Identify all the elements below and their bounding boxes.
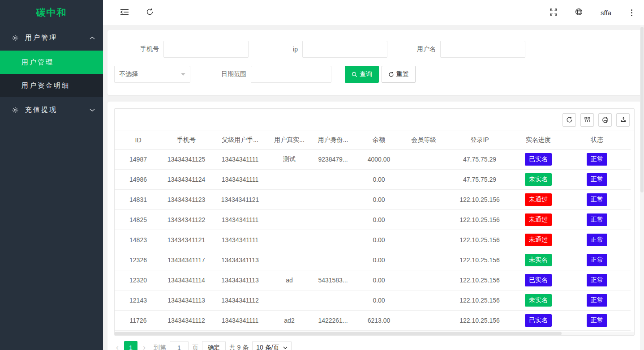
cell-id-card: [309, 209, 356, 230]
cell-login-ip: 122.10.25.156: [446, 310, 513, 330]
chevron-down-icon: [283, 346, 288, 349]
fullscreen-icon[interactable]: [550, 9, 557, 17]
column-header: ID: [115, 131, 162, 149]
goto-label: 到第: [154, 344, 166, 350]
cell-login-ip: 122.10.25.156: [446, 189, 513, 209]
refresh-table-icon[interactable]: [562, 113, 576, 127]
cell-parent-phone: 13434341111: [211, 310, 269, 330]
cell-id-card: 9238479...: [309, 149, 356, 169]
table-row[interactable]: 12326 13434341117 13434341113 0.00 122.1…: [115, 250, 631, 270]
cell-phone: 13434341123: [162, 189, 211, 209]
sidebar-item-label: 用户资金明细: [21, 81, 70, 90]
next-page-icon[interactable]: ›: [141, 343, 147, 350]
horizontal-scrollbar-thumb[interactable]: [115, 332, 562, 335]
verify-badge: 未通过: [525, 234, 552, 246]
ip-input[interactable]: [302, 41, 387, 58]
table-row[interactable]: 14825 13434341122 13434341111 0.00 122.1…: [115, 209, 631, 230]
cell-phone: 13434341124: [162, 169, 211, 189]
refresh-icon: [388, 72, 394, 77]
column-header: 登录IP: [446, 131, 513, 149]
cell-member-level: [401, 169, 446, 189]
cell-parent-phone: 13434341113: [211, 250, 269, 270]
cell-real-name: [269, 209, 309, 230]
language-globe-icon[interactable]: [575, 8, 583, 17]
goto-page-input[interactable]: [170, 341, 189, 350]
reset-button-label: 重置: [396, 70, 409, 78]
column-header: 实名进度: [513, 131, 563, 149]
verify-badge: 未实名: [525, 173, 552, 186]
cell-real-name: [269, 189, 309, 209]
prev-page-icon[interactable]: ‹: [114, 343, 120, 350]
cell-balance: 0.00: [356, 189, 401, 209]
cell-real-name: ad: [269, 270, 309, 290]
date-range-label: 日期范围: [190, 70, 251, 78]
cell-id-card: [309, 189, 356, 209]
cell-member-level: [401, 230, 446, 250]
cell-balance: 0.00: [356, 169, 401, 189]
export-icon[interactable]: [616, 113, 630, 127]
cell-id-card: 5431583...: [309, 270, 356, 290]
collapse-sidebar-icon[interactable]: [120, 9, 129, 17]
phone-input[interactable]: [163, 41, 249, 58]
query-button[interactable]: 查询: [345, 66, 379, 83]
refresh-page-icon[interactable]: [146, 8, 154, 17]
username-input[interactable]: [440, 41, 525, 58]
username[interactable]: sffa: [601, 9, 611, 17]
status-badge: 正常: [587, 234, 607, 246]
cell-parent-phone: 13434341111: [211, 169, 269, 189]
print-icon[interactable]: [598, 113, 612, 127]
page-number-1[interactable]: 1: [124, 341, 137, 350]
page-word-label: 页: [192, 344, 198, 350]
cell-member-level: [401, 189, 446, 209]
table-row[interactable]: 14831 13434341123 13434341121 0.00 122.1…: [115, 189, 631, 209]
status-badge: 正常: [587, 314, 607, 327]
pagination: ‹ 1 › 到第 页 确定 共 9 条 10 条/页: [114, 341, 635, 350]
confirm-page-button[interactable]: 确定: [202, 341, 226, 350]
gear-icon: [12, 107, 19, 114]
cell-balance: 0.00: [356, 250, 401, 270]
reset-button[interactable]: 重置: [382, 66, 416, 83]
search-panel: 手机号 ip 用户名 不选择 日期范围: [107, 30, 641, 95]
sidebar-submenu: 用户管理 用户资金明细: [0, 51, 103, 97]
page-size-select[interactable]: 10 条/页: [252, 341, 291, 350]
table-row[interactable]: 12320 13434341114 13434341113 ad 5431583…: [115, 270, 631, 290]
sidebar-group-user-management[interactable]: 用户管理: [0, 25, 103, 51]
filter-columns-icon[interactable]: [580, 113, 594, 127]
table-row[interactable]: 14823 13434341121 13434341111 0.00 122.1…: [115, 230, 631, 250]
cell-balance: 0.00: [356, 270, 401, 290]
sidebar-group-recharge-withdraw[interactable]: 充值提现: [0, 97, 103, 123]
sidebar-item-user-management[interactable]: 用户管理: [0, 51, 103, 74]
gear-icon: [12, 34, 19, 42]
sidebar-item-user-funds[interactable]: 用户资金明细: [0, 74, 103, 97]
ip-label: ip: [249, 46, 302, 53]
cell-parent-phone: 13434341121: [211, 189, 269, 209]
cell-parent-phone: 13434341111: [211, 149, 269, 169]
date-range-input[interactable]: [251, 66, 331, 83]
type-select[interactable]: 不选择: [114, 66, 190, 83]
horizontal-scrollbar[interactable]: [115, 332, 634, 335]
table-row[interactable]: 14986 13434341124 13434341111 0.00 47.75…: [115, 169, 631, 189]
vertical-scrollbar-thumb[interactable]: [640, 27, 644, 192]
more-menu-icon[interactable]: [629, 8, 634, 18]
cell-id: 14987: [115, 149, 162, 169]
cell-id-card: [309, 230, 356, 250]
cell-real-name: [269, 290, 309, 310]
cell-id-card: [309, 290, 356, 310]
cell-id: 12320: [115, 270, 162, 290]
table-row[interactable]: 12143 13434341113 13434341112 0.00 122.1…: [115, 290, 631, 310]
cell-balance: 4000.00: [356, 149, 401, 169]
cell-phone: 13434341112: [162, 310, 211, 330]
vertical-scrollbar[interactable]: [640, 25, 644, 350]
cell-login-ip: 47.75.75.29: [446, 169, 513, 189]
query-button-label: 查询: [360, 70, 372, 78]
column-header: 父级用户手...: [211, 131, 269, 149]
table-row[interactable]: 14987 13434341125 13434341111 测试 9238479…: [115, 149, 631, 169]
cell-login-ip: 122.10.25.156: [446, 250, 513, 270]
cell-id-card: 1422261...: [309, 310, 356, 330]
app-root: 碳中和 用户管理 用户管理 用户资金明细: [0, 0, 644, 350]
cell-parent-phone: 13434341111: [211, 209, 269, 230]
cell-id: 14825: [115, 209, 162, 230]
status-badge: 正常: [587, 274, 607, 286]
table-row[interactable]: 11726 13434341112 13434341111 ad2 142226…: [115, 310, 631, 330]
cell-real-name: [269, 230, 309, 250]
